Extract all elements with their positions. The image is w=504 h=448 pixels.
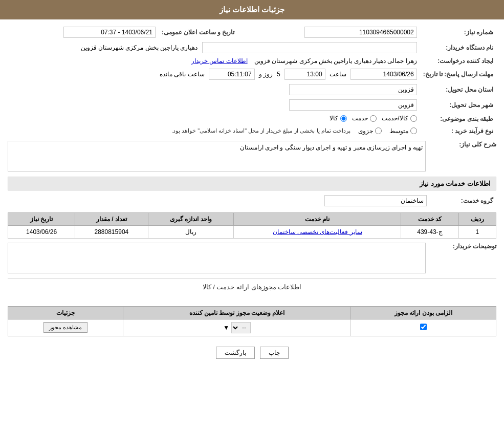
back-button[interactable]: بازگشت <box>216 347 255 359</box>
services-section-header: اطلاعات خدمات مورد نیاز <box>8 177 496 190</box>
status-select[interactable]: -- <box>231 322 251 333</box>
category-khedmat[interactable]: خدمت <box>352 115 377 122</box>
description-value: تهیه و اجرای زیرسازی معبر و تهیه و اجرای… <box>240 144 423 151</box>
province-label: استان محل تحویل: <box>420 82 496 97</box>
buyer-notes-section: توضیحات خریدار: <box>8 243 496 273</box>
col-date: تاریخ نیاز <box>8 212 75 225</box>
services-table: ردیف کد خدمت نام خدمت واحد اندازه گیری ت… <box>8 212 496 239</box>
cell-row: 1 <box>458 225 496 238</box>
col-quantity: تعداد / مقدار <box>75 212 148 225</box>
cell-code: ج-43-439 <box>401 225 458 238</box>
cell-date: 1403/06/26 <box>8 225 75 238</box>
print-button[interactable]: چاپ <box>260 347 289 359</box>
license-details: مشاهده مجوز <box>8 319 123 336</box>
deadline-time-label: ساعت <box>330 71 346 78</box>
col-required: الزامی بودن ارائه مجوز <box>351 306 496 319</box>
creator-label: ایجاد کننده درخواست: <box>420 55 496 67</box>
deadline-remaining-input[interactable] <box>209 69 255 80</box>
page-title: جزئیات اطلاعات نیاز <box>220 5 284 14</box>
description-label: شرح کلی نیاز: <box>430 141 496 148</box>
col-service-code: کد خدمت <box>401 212 458 225</box>
col-row: ردیف <box>458 212 496 225</box>
list-item: -- ▼ مشاهده مجوز <box>8 319 496 336</box>
col-details: جزئیات <box>8 306 123 319</box>
deadline-remaining-label: ساعت باقی مانده <box>160 71 205 78</box>
col-status: اعلام وضعیت مجوز توسط تامین کننده <box>123 306 351 319</box>
cell-name[interactable]: سایر فعالیت‌های تخصصی ساختمان <box>234 225 401 238</box>
creator-value: زهرا جمالی دهیار دهیاری یاراجین بخش مرکز… <box>254 57 417 65</box>
view-license-button[interactable]: مشاهده مجوز <box>43 322 87 333</box>
service-group-input[interactable] <box>324 195 427 206</box>
city-label: شهر محل تحویل: <box>420 97 496 113</box>
licenses-header: اطلاعات مجوزهای ارائه خدمت / کالا <box>8 279 496 291</box>
cell-unit: ریال <box>148 225 234 238</box>
page-header: جزئیات اطلاعات نیاز <box>0 0 504 19</box>
deadline-date-input[interactable] <box>350 69 417 80</box>
process-note: پرداخت تمام یا بخشی از مبلغ خریدار از مح… <box>171 127 350 134</box>
province-input[interactable] <box>289 84 417 95</box>
category-label: طبقه بندی موضوعی: <box>420 113 496 125</box>
licenses-table: الزامی بودن ارائه مجوز اعلام وضعیت مجوز … <box>8 306 496 336</box>
deadline-days-val: 5 <box>277 71 280 78</box>
deadline-days-label: روز و <box>259 71 273 78</box>
deadline-time-input[interactable] <box>284 69 325 80</box>
footer-buttons: چاپ بازگشت <box>8 347 496 359</box>
license-status: -- ▼ <box>123 319 351 336</box>
category-kala-khedmat[interactable]: کالا/خدمت <box>382 115 417 122</box>
col-service-name: نام خدمت <box>234 212 401 225</box>
buyer-org-label: نام دستگاه خریدار: <box>420 40 496 55</box>
city-input[interactable] <box>289 99 417 111</box>
process-jozvi[interactable]: جزوی <box>358 127 382 135</box>
description-section: شرح کلی نیاز: تهیه و اجرای زیرسازی معبر … <box>8 141 496 172</box>
need-number-label: شماره نیاز: <box>420 25 496 40</box>
deadline-label: مهلت ارسال پاسخ: تا تاریخ: <box>420 67 496 82</box>
required-checkbox[interactable] <box>420 324 427 330</box>
license-required <box>351 319 496 336</box>
announce-date-label: تاریخ و ساعت اعلان عمومی: <box>159 25 237 40</box>
buyer-notes-textarea[interactable] <box>8 243 426 273</box>
process-label: نوع فرآیند خرید : <box>420 125 496 137</box>
announce-date-input[interactable] <box>63 27 156 38</box>
service-group-label: گروه خدمت: <box>430 193 496 208</box>
announce-date-value <box>8 25 159 40</box>
col-unit: واحد اندازه گیری <box>148 212 234 225</box>
contact-link[interactable]: اطلاعات تماس خریدار <box>191 57 248 65</box>
buyer-org-input[interactable] <box>202 42 417 53</box>
process-mutavaset[interactable]: متوسط <box>389 127 417 135</box>
buyer-org-display: دهیاری یاراجین بخش مرکزی شهرستان قزوین <box>81 44 198 51</box>
need-number-value <box>237 25 420 40</box>
cell-quantity: 2880815904 <box>75 225 148 238</box>
service-group-table: گروه خدمت: <box>8 193 496 208</box>
table-row: 1 ج-43-439 سایر فعالیت‌های تخصصی ساختمان… <box>8 225 496 238</box>
buyer-notes-label: توضیحات خریدار: <box>430 243 496 250</box>
category-kala[interactable]: کالا <box>330 115 347 122</box>
basic-info-table: شماره نیاز: تاریخ و ساعت اعلان عمومی: نا… <box>8 25 496 137</box>
need-number-input[interactable] <box>304 27 417 38</box>
description-box: تهیه و اجرای زیرسازی معبر و تهیه و اجرای… <box>8 141 426 172</box>
